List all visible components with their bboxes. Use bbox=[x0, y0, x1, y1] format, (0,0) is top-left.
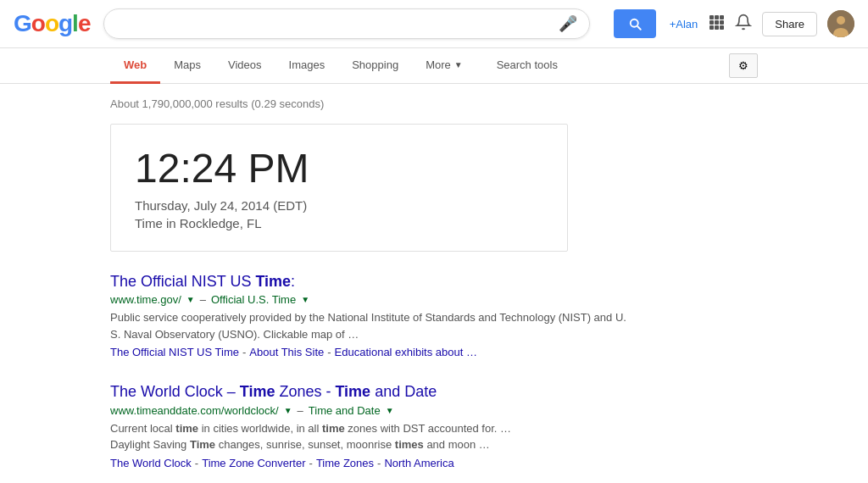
sitelink-educational[interactable]: Educational exhibits about … bbox=[335, 346, 477, 358]
sitelink-worldclock[interactable]: The World Clock bbox=[110, 457, 192, 469]
tab-videos[interactable]: Videos bbox=[214, 48, 275, 84]
sitelink-timezones[interactable]: Time Zones bbox=[316, 457, 374, 469]
svg-rect-0 bbox=[709, 15, 714, 19]
tab-more[interactable]: More ▼ bbox=[412, 48, 476, 84]
logo-g2: g bbox=[58, 10, 72, 36]
tab-images[interactable]: Images bbox=[275, 48, 339, 84]
alan-link[interactable]: +Alan bbox=[670, 18, 698, 31]
result-1-url: www.time.gov/ bbox=[110, 293, 181, 306]
svg-rect-3 bbox=[709, 20, 714, 25]
result-1-url-row: www.time.gov/ ▼ – Official U.S. Time ▼ bbox=[110, 293, 636, 306]
tab-maps[interactable]: Maps bbox=[160, 48, 214, 84]
result-2-url: www.timeanddate.com/worldclock/ bbox=[110, 404, 279, 417]
logo-o2: o bbox=[45, 10, 58, 36]
avatar[interactable] bbox=[827, 10, 854, 37]
sitelink-nist-home[interactable]: The Official NIST US Time bbox=[110, 346, 239, 358]
svg-rect-1 bbox=[715, 15, 719, 19]
time-widget: 12:24 PM Thursday, July 24, 2014 (EDT) T… bbox=[110, 124, 568, 252]
grid-icon[interactable] bbox=[708, 14, 725, 35]
result-1: The Official NIST US Time: www.time.gov/… bbox=[110, 272, 636, 358]
result-2-sitelinks: The World Clock - Time Zone Converter - … bbox=[110, 457, 636, 469]
sitelink-sep-3: - bbox=[195, 457, 198, 469]
search-button[interactable] bbox=[614, 9, 656, 38]
result-2-desc: Current local time in cities worldwide, … bbox=[110, 420, 636, 453]
result-1-url-dropdown[interactable]: ▼ bbox=[186, 295, 195, 304]
result-2: The World Clock – Time Zones - Time and … bbox=[110, 382, 636, 469]
logo-text: Google bbox=[14, 10, 90, 37]
gear-icon: ⚙ bbox=[738, 59, 748, 72]
sitelink-sep-1: - bbox=[242, 346, 246, 358]
logo-l: l bbox=[72, 10, 78, 36]
sitelink-north-america[interactable]: North America bbox=[384, 457, 453, 469]
svg-rect-6 bbox=[709, 25, 714, 30]
result-2-url-row: www.timeanddate.com/worldclock/ ▼ – Time… bbox=[110, 404, 636, 417]
result-2-url-dropdown[interactable]: ▼ bbox=[284, 406, 292, 415]
header: Google what time is it 🎤 +Alan Share bbox=[0, 0, 868, 48]
result-1-separator: – bbox=[200, 293, 206, 306]
main-content: About 1,790,000,000 results (0.29 second… bbox=[0, 84, 868, 483]
tab-shopping[interactable]: Shopping bbox=[338, 48, 412, 84]
svg-rect-2 bbox=[720, 15, 724, 19]
sitelink-about[interactable]: About This Site bbox=[249, 346, 324, 358]
svg-rect-5 bbox=[720, 20, 724, 25]
result-2-sub-dropdown[interactable]: ▼ bbox=[386, 406, 394, 415]
date-display: Thursday, July 24, 2014 (EDT) bbox=[135, 198, 543, 213]
settings-button[interactable]: ⚙ bbox=[729, 53, 758, 78]
logo-o1: o bbox=[31, 10, 45, 36]
google-logo[interactable]: Google bbox=[14, 10, 90, 37]
more-dropdown-icon: ▼ bbox=[454, 60, 463, 69]
tab-web[interactable]: Web bbox=[110, 48, 160, 84]
svg-rect-8 bbox=[720, 25, 724, 30]
tab-search-tools[interactable]: Search tools bbox=[483, 48, 571, 84]
result-1-sitelinks: The Official NIST US Time - About This S… bbox=[110, 346, 636, 358]
bell-icon[interactable] bbox=[735, 14, 752, 35]
svg-rect-4 bbox=[715, 20, 719, 25]
mic-icon[interactable]: 🎤 bbox=[559, 14, 577, 33]
result-1-title[interactable]: The Official NIST US Time: bbox=[110, 273, 295, 290]
result-1-sub[interactable]: Official U.S. Time bbox=[211, 293, 296, 306]
sitelink-timezone-converter[interactable]: Time Zone Converter bbox=[202, 457, 305, 469]
result-1-sub-dropdown[interactable]: ▼ bbox=[301, 295, 309, 304]
svg-rect-7 bbox=[715, 25, 719, 30]
nav-tabs: Web Maps Videos Images Shopping More ▼ S… bbox=[0, 48, 868, 84]
result-2-sub[interactable]: Time and Date bbox=[309, 404, 381, 417]
search-bar: what time is it 🎤 bbox=[103, 8, 589, 39]
share-button[interactable]: Share bbox=[762, 12, 817, 36]
search-input[interactable]: what time is it bbox=[116, 16, 551, 31]
result-2-title[interactable]: The World Clock – Time Zones - Time and … bbox=[110, 383, 437, 400]
sitelink-sep-2: - bbox=[327, 346, 331, 358]
svg-point-10 bbox=[837, 16, 845, 25]
sitelink-sep-5: - bbox=[377, 457, 381, 469]
result-2-separator: – bbox=[298, 404, 303, 417]
logo-e: e bbox=[78, 10, 91, 36]
header-right: +Alan Share bbox=[670, 10, 854, 37]
location-display: Time in Rockledge, FL bbox=[135, 216, 543, 230]
result-stats: About 1,790,000,000 results (0.29 second… bbox=[110, 91, 758, 124]
result-1-desc: Public service cooperatively provided by… bbox=[110, 309, 636, 342]
time-display: 12:24 PM bbox=[135, 145, 543, 192]
sitelink-sep-4: - bbox=[309, 457, 313, 469]
logo-g: G bbox=[14, 10, 31, 36]
